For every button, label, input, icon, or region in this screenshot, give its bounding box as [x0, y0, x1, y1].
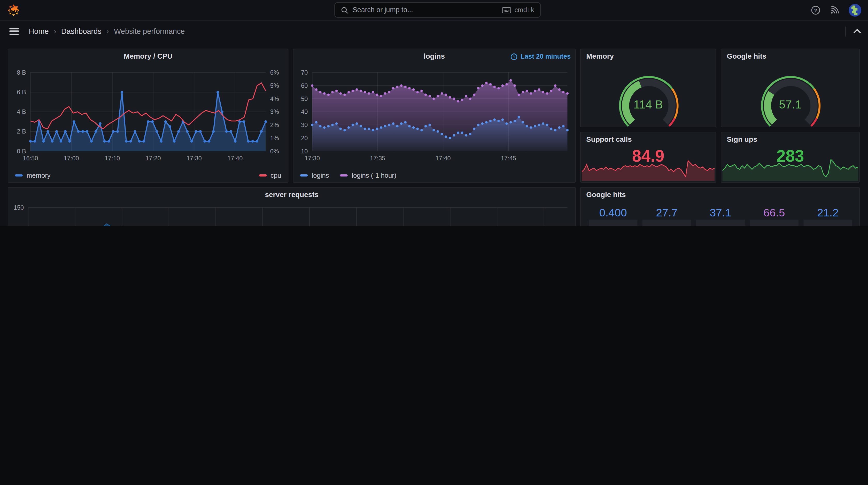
- svg-text:60: 60: [301, 83, 308, 89]
- keyboard-icon: [502, 7, 511, 13]
- panel-sign-ups: Sign ups 283: [721, 132, 860, 183]
- svg-text:8 B: 8 B: [17, 69, 26, 76]
- svg-text:3%: 3%: [270, 108, 279, 115]
- panel-memory-gauge: Memory 114 B: [580, 49, 716, 127]
- legend-item[interactable]: cpu: [259, 171, 281, 179]
- svg-text:0.400: 0.400: [599, 206, 627, 219]
- chart-legend: memorycpu: [15, 171, 281, 179]
- svg-text:17:30: 17:30: [187, 155, 202, 162]
- svg-text:66.5: 66.5: [764, 206, 785, 219]
- legend-color: [300, 174, 308, 176]
- svg-text:17:40: 17:40: [436, 155, 451, 162]
- panel-logins: logins Last 20 minutes 1020304050607017:…: [293, 49, 576, 183]
- svg-text:17:20: 17:20: [146, 155, 161, 162]
- chevron-up-icon[interactable]: [853, 29, 861, 34]
- svg-text:16:50: 16:50: [23, 155, 38, 162]
- breadcrumb-bar: Home › Dashboards › Website performance: [0, 21, 868, 41]
- legend-color: [340, 174, 348, 176]
- svg-text:40: 40: [301, 108, 308, 115]
- svg-text:6 B: 6 B: [17, 89, 26, 96]
- menu-icon[interactable]: [9, 28, 19, 35]
- svg-text:70: 70: [301, 69, 308, 76]
- panel-title[interactable]: Memory: [581, 49, 716, 64]
- stat-value: 283: [721, 147, 859, 166]
- grafana-dashboard: Search or jump to... cmd+k ?: [0, 0, 868, 226]
- svg-text:17:00: 17:00: [64, 155, 79, 162]
- svg-text:17:45: 17:45: [501, 155, 516, 162]
- grafana-logo[interactable]: [7, 4, 20, 17]
- chevron-right-icon: ›: [54, 27, 56, 35]
- svg-text:150: 150: [14, 204, 24, 211]
- legend-item[interactable]: logins: [300, 171, 329, 179]
- search-input[interactable]: Search or jump to... cmd+k: [334, 2, 541, 18]
- user-avatar[interactable]: [848, 4, 861, 17]
- svg-text:4%: 4%: [270, 96, 279, 102]
- chart-legend: loginslogins (-1 hour): [300, 171, 568, 179]
- help-icon[interactable]: ?: [811, 5, 820, 15]
- svg-text:0 B: 0 B: [17, 148, 26, 155]
- panel-title[interactable]: Sign ups: [721, 132, 859, 147]
- svg-text:17:35: 17:35: [370, 155, 385, 162]
- panel-google-hits-gauge: Google hits 57.1: [721, 49, 860, 127]
- svg-text:6%: 6%: [270, 69, 279, 76]
- legend-item[interactable]: logins (-1 hour): [340, 171, 396, 179]
- chevron-right-icon: ›: [106, 27, 109, 35]
- svg-text:5%: 5%: [270, 83, 279, 89]
- svg-text:2%: 2%: [270, 122, 279, 128]
- svg-text:17:40: 17:40: [227, 155, 243, 162]
- search-icon: [341, 6, 348, 14]
- memory-cpu-chart[interactable]: 0 B2 B4 B6 B8 B0%1%2%3%4%5%6%16:5017:001…: [8, 49, 289, 186]
- stat-value: 84.9: [581, 147, 716, 166]
- divider: [845, 26, 846, 36]
- panel-title[interactable]: Support calls: [581, 132, 716, 147]
- legend-color: [15, 174, 23, 176]
- svg-text:1%: 1%: [270, 135, 279, 141]
- gauge-value: 57.1: [721, 98, 859, 111]
- panel-memory-cpu: Memory / CPU 0 B2 B4 B6 B8 B0%1%2%3%4%5%…: [8, 49, 288, 183]
- svg-text:37.1: 37.1: [710, 206, 731, 219]
- svg-text:?: ?: [814, 8, 817, 13]
- top-navbar: Search or jump to... cmd+k ?: [0, 0, 868, 21]
- breadcrumb-current: Website performance: [114, 27, 185, 35]
- breadcrumb-actions: [845, 26, 861, 36]
- legend-color: [259, 174, 267, 176]
- breadcrumb: Home › Dashboards › Website performance: [29, 27, 185, 35]
- shortcut-hint: cmd+k: [502, 6, 534, 14]
- panel-title[interactable]: Google hits: [721, 49, 859, 64]
- svg-text:27.7: 27.7: [656, 206, 677, 219]
- legend-item[interactable]: memory: [15, 171, 51, 179]
- breadcrumb-dashboards[interactable]: Dashboards: [61, 27, 101, 35]
- memory-gauge[interactable]: [581, 63, 717, 129]
- search-placeholder: Search or jump to...: [352, 6, 498, 14]
- panel-support-calls: Support calls 84.9: [580, 132, 716, 183]
- breadcrumb-home[interactable]: Home: [29, 27, 49, 35]
- rss-icon[interactable]: [830, 5, 839, 15]
- gauge-value: 114 B: [581, 98, 716, 111]
- topbar-actions: ?: [811, 0, 861, 21]
- svg-text:30: 30: [301, 122, 308, 128]
- server-requests-chart[interactable]: 05010015016:5016:5517:0017:0517:1017:151…: [8, 188, 576, 226]
- panel-server-requests: server requests 05010015016:5016:5517:00…: [8, 187, 576, 226]
- google-hits-bar-gauge[interactable]: 0.400A-series27.7B-series37.1C-series66.…: [581, 188, 860, 226]
- svg-text:20: 20: [301, 135, 308, 141]
- google-hits-gauge[interactable]: [721, 63, 860, 129]
- svg-text:17:30: 17:30: [305, 155, 320, 162]
- svg-text:50: 50: [301, 96, 308, 102]
- svg-text:17:10: 17:10: [104, 155, 120, 162]
- svg-text:4 B: 4 B: [17, 108, 26, 115]
- svg-text:0%: 0%: [270, 148, 279, 155]
- logins-chart[interactable]: 1020304050607017:3017:3517:4017:45: [293, 49, 576, 186]
- svg-text:21.2: 21.2: [817, 206, 839, 219]
- svg-text:2 B: 2 B: [17, 128, 26, 135]
- panel-google-hits-bars: Google hits 0.400A-series27.7B-series37.…: [580, 187, 860, 226]
- svg-text:10: 10: [301, 148, 308, 155]
